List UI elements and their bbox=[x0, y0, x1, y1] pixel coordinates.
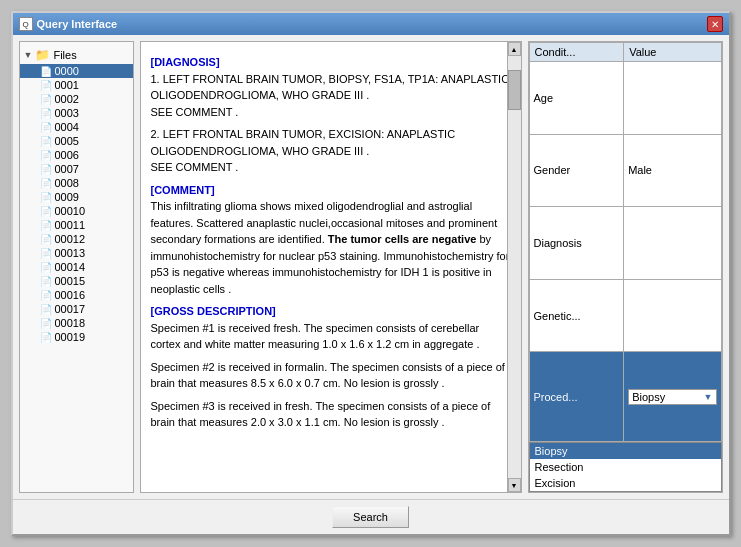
file-icon: 📄 bbox=[40, 304, 52, 315]
condition-name: Genetic... bbox=[529, 279, 624, 352]
file-item[interactable]: 📄0004 bbox=[20, 120, 133, 134]
condition-col-header: Condit... bbox=[529, 43, 624, 62]
condition-value[interactable]: Biopsy▼ bbox=[624, 352, 721, 442]
document-panel: [DIAGNOSIS] 1. LEFT FRONTAL BRAIN TUMOR,… bbox=[140, 41, 522, 493]
file-icon: 📄 bbox=[40, 262, 52, 273]
file-list-panel: ▼ 📁 Files 📄0000📄0001📄0002📄0003📄0004📄0005… bbox=[19, 41, 134, 493]
diagnosis-para2: 2. LEFT FRONTAL BRAIN TUMOR, EXCISION: A… bbox=[151, 126, 511, 176]
dropdown-value: Biopsy bbox=[632, 391, 665, 403]
search-button[interactable]: Search bbox=[332, 506, 409, 528]
file-item[interactable]: 📄00017 bbox=[20, 302, 133, 316]
close-button[interactable]: ✕ bbox=[707, 16, 723, 32]
folder-icon: 📁 bbox=[35, 48, 50, 62]
file-name: 00013 bbox=[55, 247, 86, 259]
gross-description-header: [GROSS DESCRIPTION] bbox=[151, 303, 511, 320]
dropdown-option-excision[interactable]: Excision bbox=[530, 475, 721, 491]
file-name: 0009 bbox=[55, 191, 79, 203]
file-icon: 📄 bbox=[40, 332, 52, 343]
file-icon: 📄 bbox=[40, 122, 52, 133]
file-icon: 📄 bbox=[40, 220, 52, 231]
files-root-label: Files bbox=[53, 49, 76, 61]
procedure-dropdown-menu[interactable]: Biopsy Resection Excision bbox=[529, 442, 722, 492]
file-name: 00010 bbox=[55, 205, 86, 217]
value-col-header: Value bbox=[624, 43, 721, 62]
files-root[interactable]: ▼ 📁 Files bbox=[20, 46, 133, 64]
diagnosis-para1: 1. LEFT FRONTAL BRAIN TUMOR, BIOPSY, FS1… bbox=[151, 71, 511, 121]
conditions-body: AgeGenderMaleDiagnosisGenetic...Proced..… bbox=[529, 62, 721, 442]
file-icon: 📄 bbox=[40, 192, 52, 203]
file-item[interactable]: 📄00010 bbox=[20, 204, 133, 218]
dropdown-option-resection[interactable]: Resection bbox=[530, 459, 721, 475]
file-item[interactable]: 📄0007 bbox=[20, 162, 133, 176]
window-icon: Q bbox=[19, 17, 33, 31]
condition-row[interactable]: Age bbox=[529, 62, 721, 135]
condition-row[interactable]: GenderMale bbox=[529, 134, 721, 207]
condition-row[interactable]: Proced...Biopsy▼ bbox=[529, 352, 721, 442]
file-item[interactable]: 📄00016 bbox=[20, 288, 133, 302]
file-item[interactable]: 📄0009 bbox=[20, 190, 133, 204]
scroll-thumb[interactable] bbox=[508, 70, 521, 110]
file-item[interactable]: 📄00014 bbox=[20, 260, 133, 274]
file-name: 00014 bbox=[55, 261, 86, 273]
condition-value[interactable]: Male bbox=[624, 134, 721, 207]
dropdown-arrow-icon: ▼ bbox=[704, 392, 713, 402]
condition-name: Age bbox=[529, 62, 624, 135]
comment-section: [COMMENT] This infiltrating glioma shows… bbox=[151, 182, 511, 298]
file-item[interactable]: 📄0002 bbox=[20, 92, 133, 106]
file-item[interactable]: 📄00018 bbox=[20, 316, 133, 330]
file-name: 0002 bbox=[55, 93, 79, 105]
dropdown-option-biopsy[interactable]: Biopsy bbox=[530, 443, 721, 459]
dropdown-trigger[interactable]: Biopsy▼ bbox=[628, 389, 716, 405]
file-item[interactable]: 📄0006 bbox=[20, 148, 133, 162]
file-icon: 📄 bbox=[40, 94, 52, 105]
file-icon: 📄 bbox=[40, 234, 52, 245]
file-item[interactable]: 📄00013 bbox=[20, 246, 133, 260]
window-title: Query Interface bbox=[37, 18, 118, 30]
condition-name: Diagnosis bbox=[529, 207, 624, 280]
file-item[interactable]: 📄0005 bbox=[20, 134, 133, 148]
bottom-bar: Search bbox=[13, 499, 729, 534]
tree-arrow-icon: ▼ bbox=[24, 50, 33, 60]
scroll-bar[interactable]: ▲ ▼ bbox=[507, 42, 521, 492]
file-name: 00016 bbox=[55, 289, 86, 301]
comment-text: This infiltrating glioma shows mixed oli… bbox=[151, 198, 511, 297]
gross-para2: Specimen #2 is received in formalin. The… bbox=[151, 359, 511, 392]
file-name: 0008 bbox=[55, 177, 79, 189]
condition-value[interactable] bbox=[624, 207, 721, 280]
file-icon: 📄 bbox=[40, 136, 52, 147]
file-icon: 📄 bbox=[40, 178, 52, 189]
file-icon: 📄 bbox=[40, 318, 52, 329]
file-item[interactable]: 📄00012 bbox=[20, 232, 133, 246]
file-icon: 📄 bbox=[40, 108, 52, 119]
file-name: 00017 bbox=[55, 303, 86, 315]
file-item[interactable]: 📄0003 bbox=[20, 106, 133, 120]
gross-description-section: [GROSS DESCRIPTION] Specimen #1 is recei… bbox=[151, 303, 511, 431]
file-item[interactable]: 📄0000 bbox=[20, 64, 133, 78]
scroll-up-button[interactable]: ▲ bbox=[508, 42, 521, 56]
file-item[interactable]: 📄00015 bbox=[20, 274, 133, 288]
file-icon: 📄 bbox=[40, 164, 52, 175]
file-name: 00019 bbox=[55, 331, 86, 343]
file-name: 0005 bbox=[55, 135, 79, 147]
file-list: 📄0000📄0001📄0002📄0003📄0004📄0005📄0006📄0007… bbox=[20, 64, 133, 344]
condition-name: Proced... bbox=[529, 352, 624, 442]
file-item[interactable]: 📄00019 bbox=[20, 330, 133, 344]
file-icon: 📄 bbox=[40, 80, 52, 91]
file-item[interactable]: 📄00011 bbox=[20, 218, 133, 232]
file-name: 00015 bbox=[55, 275, 86, 287]
condition-value[interactable] bbox=[624, 62, 721, 135]
file-name: 00012 bbox=[55, 233, 86, 245]
scroll-down-button[interactable]: ▼ bbox=[508, 478, 521, 492]
file-name: 00018 bbox=[55, 317, 86, 329]
file-name: 0003 bbox=[55, 107, 79, 119]
title-bar: Q Query Interface ✕ bbox=[13, 13, 729, 35]
condition-value[interactable] bbox=[624, 279, 721, 352]
condition-row[interactable]: Genetic... bbox=[529, 279, 721, 352]
file-icon: 📄 bbox=[40, 248, 52, 259]
file-name: 00011 bbox=[55, 219, 86, 231]
file-item[interactable]: 📄0001 bbox=[20, 78, 133, 92]
file-icon: 📄 bbox=[40, 290, 52, 301]
file-item[interactable]: 📄0008 bbox=[20, 176, 133, 190]
condition-row[interactable]: Diagnosis bbox=[529, 207, 721, 280]
diagnosis-header: [DIAGNOSIS] bbox=[151, 54, 511, 71]
